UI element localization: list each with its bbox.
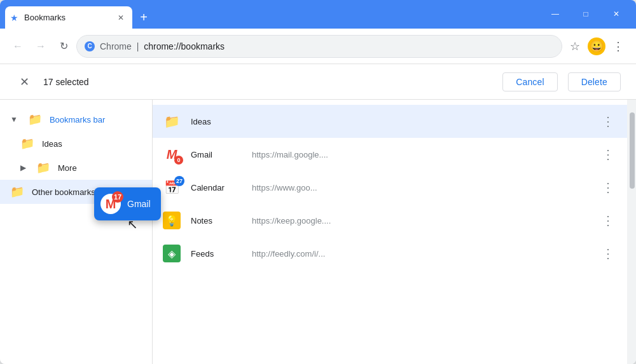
bookmark-url: https://keep.google.... — [252, 216, 589, 226]
chrome-menu-button[interactable]: ⋮ — [608, 36, 628, 57]
bookmark-name: Notes — [191, 216, 242, 226]
notes-icon: 💡 — [163, 212, 181, 229]
drag-badge: 17 — [112, 191, 123, 203]
folder-icon: 📁 — [10, 185, 24, 199]
folder-icon: 📁 — [20, 137, 34, 151]
site-icon: C — [85, 41, 95, 51]
sidebar-item-label: More — [58, 163, 77, 173]
address-text: Chrome | chrome://bookmarks — [100, 41, 554, 51]
main-content: ▼ 📁 Bookmarks bar 📁 Ideas ▶ 📁 More 📁 Oth… — [0, 100, 636, 364]
tab-close-button[interactable]: ✕ — [114, 11, 127, 24]
bookmark-row-calendar[interactable]: 📅 27 Calendar https://www.goo... ⋮ — [153, 171, 627, 204]
active-tab[interactable]: ★ Bookmarks ✕ — [5, 6, 132, 29]
tab-title: Bookmarks — [24, 13, 111, 22]
bookmark-star-button[interactable]: ☆ — [565, 36, 585, 57]
back-button[interactable]: ← — [8, 36, 28, 57]
more-options-icon[interactable]: ⋮ — [599, 177, 617, 198]
delete-button[interactable]: Delete — [568, 72, 621, 91]
calendar-icon: 📅 27 — [163, 179, 181, 196]
bookmark-url: https://www.goo... — [252, 183, 589, 192]
drag-tooltip-label: Gmail — [127, 199, 151, 209]
scrollbar-thumb[interactable] — [630, 112, 635, 189]
bookmark-url: https://mail.google.... — [252, 150, 589, 159]
address-path: chrome://bookmarks — [144, 41, 225, 51]
profile-button[interactable]: 😀 — [588, 37, 605, 55]
cancel-button[interactable]: Cancel — [502, 72, 557, 91]
chevron-right-icon: ▶ — [20, 163, 26, 172]
browser-window: ★ Bookmarks ✕ + — □ ✕ ← → ↻ C Chrome | c… — [0, 0, 636, 364]
bookmark-url: http://feedly.com/i/... — [252, 249, 589, 259]
forward-button[interactable]: → — [31, 36, 51, 57]
bookmark-list: 📁 Ideas ⋮ M 0 Gmail https://mail.google.… — [153, 100, 627, 364]
bookmark-row-ideas[interactable]: 📁 Ideas ⋮ — [153, 105, 627, 138]
gmail-icon: M 0 — [163, 145, 181, 163]
maximize-button[interactable]: □ — [571, 4, 600, 24]
selection-count-label: 17 selected — [43, 77, 492, 87]
sidebar-item-more[interactable]: ▶ 📁 More — [0, 156, 152, 180]
more-options-icon[interactable]: ⋮ — [599, 111, 617, 131]
sidebar-item-label: Ideas — [42, 139, 62, 149]
title-bar: ★ Bookmarks ✕ + — □ ✕ — [0, 0, 636, 29]
folder-icon: 📁 — [36, 161, 50, 175]
bookmark-name: Gmail — [191, 150, 242, 159]
folder-icon: 📁 — [28, 112, 42, 126]
more-options-icon[interactable]: ⋮ — [599, 243, 617, 264]
new-tab-button[interactable]: + — [135, 8, 153, 26]
address-bar[interactable]: C Chrome | chrome://bookmarks — [76, 35, 562, 58]
minimize-button[interactable]: — — [541, 4, 570, 24]
address-domain: Chrome — [100, 41, 132, 51]
close-button[interactable]: ✕ — [602, 4, 631, 24]
selection-bar: ✕ 17 selected Cancel Delete — [0, 64, 636, 100]
more-options-icon[interactable]: ⋮ — [599, 144, 617, 165]
sidebar-item-label: Other bookmarks — [32, 187, 95, 197]
tab-strip: ★ Bookmarks ✕ + — [0, 6, 536, 29]
bookmark-name: Ideas — [191, 117, 242, 126]
tab-favicon: ★ — [10, 13, 20, 23]
bookmark-name: Feeds — [191, 249, 242, 259]
drag-tooltip: M 17 Gmail ↖ — [94, 187, 161, 220]
reload-button[interactable]: ↻ — [53, 36, 74, 57]
calendar-badge: 27 — [174, 176, 184, 186]
close-selection-button[interactable]: ✕ — [15, 73, 33, 91]
nav-bar: ← → ↻ C Chrome | chrome://bookmarks ☆ 😀 … — [0, 29, 636, 64]
chevron-down-icon: ▼ — [10, 115, 18, 124]
bookmark-row-feeds[interactable]: ◈ Feeds http://feedly.com/i/... ⋮ — [153, 237, 627, 270]
sidebar-item-label: Bookmarks bar — [50, 115, 105, 125]
folder-icon: 📁 — [163, 112, 181, 130]
profile-emoji: 😀 — [588, 37, 605, 55]
bookmark-row-notes[interactable]: 💡 Notes https://keep.google.... ⋮ — [153, 204, 627, 237]
feeds-icon: ◈ — [163, 245, 181, 262]
sidebar-item-ideas[interactable]: 📁 Ideas — [0, 131, 152, 156]
cursor-icon: ↖ — [127, 217, 138, 232]
sidebar-item-bookmarks-bar[interactable]: ▼ 📁 Bookmarks bar — [0, 107, 152, 131]
window-controls: — □ ✕ — [536, 4, 636, 29]
sidebar: ▼ 📁 Bookmarks bar 📁 Ideas ▶ 📁 More 📁 Oth… — [0, 100, 153, 364]
drag-gmail-icon: M 17 — [100, 194, 121, 214]
scrollbar[interactable] — [627, 100, 636, 364]
more-options-icon[interactable]: ⋮ — [599, 210, 617, 231]
bookmark-name: Calendar — [191, 183, 242, 192]
bookmark-row-gmail[interactable]: M 0 Gmail https://mail.google.... ⋮ — [153, 138, 627, 171]
